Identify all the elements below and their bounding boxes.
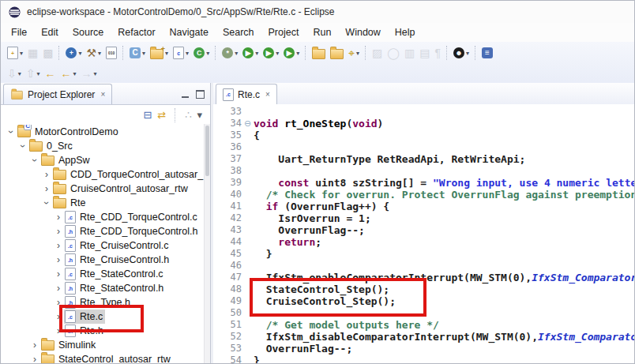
fold-collapse-icon[interactable]: ⊖: [242, 118, 254, 129]
close-icon[interactable]: ×: [265, 90, 270, 99]
chevron-collapsed-icon[interactable]: ›: [29, 340, 40, 350]
dropdown-arrow-icon[interactable]: ▾: [18, 70, 21, 77]
dropdown-arrow-icon[interactable]: ▾: [206, 50, 209, 57]
last-edit-location-icon[interactable]: ←: [43, 65, 58, 82]
close-icon[interactable]: ×: [100, 90, 105, 99]
tree-item-cruisecontrol-autosar-rtw[interactable]: ›CruiseControl_autosar_rtw: [1, 182, 210, 196]
open-project-folder-icon[interactable]: [310, 44, 327, 62]
code-line-34[interactable]: 34⊖void rt_OneStep(void): [213, 118, 634, 129]
dropdown-arrow-icon[interactable]: ▾: [356, 50, 359, 57]
dropdown-arrow-icon[interactable]: ▾: [94, 70, 97, 77]
chevron-expanded-icon[interactable]: ›: [6, 126, 16, 137]
chevron-collapsed-icon[interactable]: ›: [53, 312, 64, 321]
binary-file-icon[interactable]: 010: [104, 44, 118, 62]
menu-navigate[interactable]: Navigate: [163, 24, 216, 40]
code-line-46[interactable]: 46: [213, 260, 634, 272]
menu-run[interactable]: Run: [306, 24, 338, 40]
link-with-editor-icon[interactable]: ⇄: [157, 110, 166, 120]
dropdown-arrow-icon[interactable]: ▾: [296, 50, 299, 57]
dropdown-arrow-icon[interactable]: ▾: [98, 50, 101, 57]
code-line-36[interactable]: 36: [213, 141, 634, 153]
tree-item-statecontrol-autosar-rtw[interactable]: ›StateControl_autosar_rtw: [1, 352, 210, 363]
code-line-53[interactable]: 53 OverrunFlag--;: [213, 343, 634, 355]
code-line-38[interactable]: 38: [213, 165, 634, 177]
tree-item-rte-c[interactable]: ›.cRte.c: [1, 310, 210, 324]
chevron-collapsed-icon[interactable]: ›: [29, 355, 40, 363]
build-hammer-icon[interactable]: ⚒▾: [85, 44, 103, 62]
chevron-expanded-icon[interactable]: ›: [30, 155, 39, 166]
tree-item-simulink[interactable]: ›Simulink: [1, 338, 210, 352]
tab-rte-c[interactable]: .c Rte.c ×: [216, 84, 277, 104]
chevron-collapsed-icon[interactable]: ›: [53, 269, 64, 279]
code-line-43[interactable]: 43 OverrunFlag--;: [213, 224, 634, 236]
tree-item-rte-cruisecontrol-h[interactable]: ›.hRte_CruiseControl.h: [1, 253, 210, 267]
dropdown-arrow-icon[interactable]: ▾: [466, 50, 469, 57]
code-line-51[interactable]: 51 /* Get model outputs here */: [213, 319, 634, 331]
code-line-54[interactable]: 54}: [213, 355, 634, 363]
tree-item-rte-h[interactable]: ›.hRte.h: [1, 324, 210, 338]
compass-launch-icon[interactable]: +▾: [64, 44, 83, 62]
code-line-40[interactable]: 40 /* Check for overrun. Protect Overrun…: [213, 189, 634, 201]
back-icon[interactable]: ←▾: [59, 65, 78, 82]
menu-refactor[interactable]: Refactor: [111, 24, 162, 40]
maximize-view-icon[interactable]: [196, 90, 205, 99]
open-folder-icon[interactable]: [329, 44, 345, 62]
code-line-47[interactable]: 47 IfxStm_enableComparatorInterrupt(MW_S…: [213, 272, 634, 283]
new-c-file-icon[interactable]: c▾: [171, 44, 190, 62]
dropdown-arrow-icon[interactable]: ▾: [276, 50, 279, 57]
scrollbar-thumb[interactable]: [205, 126, 209, 176]
code-line-50[interactable]: 50: [213, 307, 634, 319]
menu-file[interactable]: File: [4, 24, 34, 40]
chevron-collapsed-icon[interactable]: ›: [53, 255, 64, 265]
dropdown-arrow-icon[interactable]: ▾: [165, 50, 168, 57]
new-wizard-icon[interactable]: +▾: [6, 44, 24, 62]
menu-search[interactable]: Search: [216, 24, 261, 40]
tree-item-motorcontroldemo[interactable]: ›CMotorControlDemo: [1, 125, 210, 139]
code-line-39[interactable]: 39 const uint8 szString[] = "Wrong input…: [213, 177, 634, 189]
code-area[interactable]: 3334⊖void rt_OneStep(void)35{3637 Uart_R…: [213, 104, 634, 363]
tree-item-rte-type-h[interactable]: ›.hRte_Type.h: [1, 295, 210, 310]
new-c-project-icon[interactable]: C▾: [128, 44, 147, 62]
tree-item-rte-cdd-torquecontrol-c[interactable]: ›.cRte_CDD_TorqueControl.c: [1, 210, 210, 224]
tab-project-explorer[interactable]: Project Explorer ×: [3, 84, 112, 104]
dropdown-arrow-icon[interactable]: ▾: [142, 50, 145, 57]
dropdown-arrow-icon[interactable]: ▾: [73, 70, 77, 77]
terminal-console-icon[interactable]: ≡: [480, 44, 494, 62]
code-line-33[interactable]: 33: [213, 106, 634, 118]
code-line-44[interactable]: 44 return;: [213, 236, 634, 248]
search-flashlight-icon[interactable]: ⌖▾: [347, 44, 361, 62]
code-line-37[interactable]: 37 Uart_ReturnType RetReadApi, RetWriteA…: [213, 153, 634, 165]
chevron-expanded-icon[interactable]: ›: [42, 197, 51, 208]
chevron-collapsed-icon[interactable]: ›: [41, 184, 52, 193]
code-line-45[interactable]: 45 }: [213, 248, 634, 260]
code-line-49[interactable]: 49 CruiseControl_Step();: [213, 295, 634, 307]
tree-item-0-src[interactable]: ›0_Src: [1, 139, 210, 153]
dropdown-arrow-icon[interactable]: ▾: [235, 50, 238, 57]
explorer-scrollbar[interactable]: [204, 124, 210, 363]
chevron-collapsed-icon[interactable]: ›: [53, 326, 64, 336]
code-line-41[interactable]: 41 if (OverrunFlag++) {: [213, 201, 634, 212]
dropdown-arrow-icon[interactable]: ▾: [78, 50, 81, 57]
view-menu-icon[interactable]: ∴: [185, 110, 191, 120]
code-line-42[interactable]: 42 IsrOverrun = 1;: [213, 212, 634, 224]
profile-icon[interactable]: ▶▾: [282, 44, 301, 62]
collapse-all-icon[interactable]: ⊟: [143, 110, 152, 120]
menu-window[interactable]: Window: [338, 24, 387, 40]
chevron-collapsed-icon[interactable]: ›: [41, 170, 52, 179]
menu-source[interactable]: Source: [66, 24, 111, 40]
dropdown-arrow-icon[interactable]: ▾: [255, 50, 258, 57]
tree-item-rte-cruisecontrol-c[interactable]: ›.cRte_CruiseControl.c: [1, 238, 210, 253]
chevron-collapsed-icon[interactable]: ›: [53, 212, 64, 222]
code-line-35[interactable]: 35{: [213, 129, 634, 141]
minimize-view-icon[interactable]: [182, 91, 189, 98]
chevron-expanded-icon[interactable]: ›: [18, 141, 28, 152]
debug-icon[interactable]: *▾: [220, 44, 239, 62]
tree-item-rte-statecontrol-c[interactable]: ›.cRte_StateControl.c: [1, 267, 210, 281]
view-dropdown-icon[interactable]: ▾: [197, 110, 202, 120]
tree-item-appsw[interactable]: ›AppSw: [1, 153, 210, 167]
tree-item-cdd-torquecontrol-autosar[interactable]: ›CDD_TorqueControl_autosar_: [1, 167, 210, 182]
menu-project[interactable]: Project: [261, 24, 306, 40]
menu-help[interactable]: Help: [388, 24, 423, 40]
chevron-collapsed-icon[interactable]: ›: [53, 283, 64, 293]
user-account-icon[interactable]: ☻▾: [452, 44, 471, 62]
